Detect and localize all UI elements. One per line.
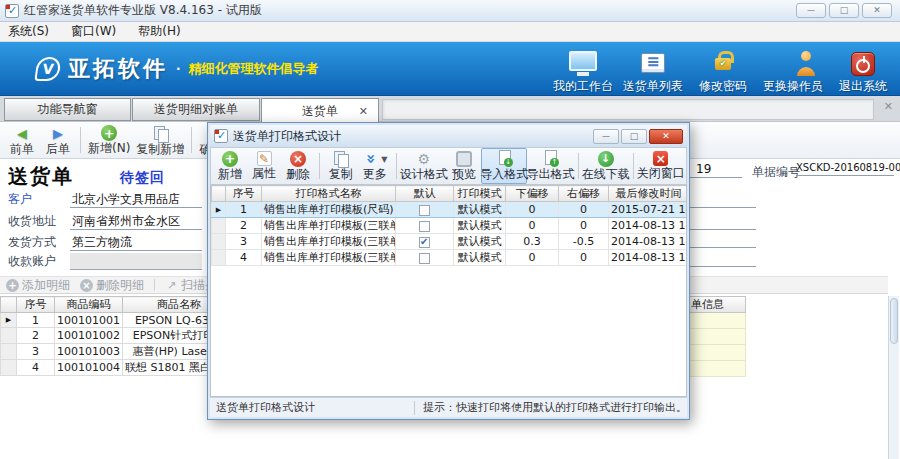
button-label: 导入格式 bbox=[480, 168, 528, 181]
icon-wrap bbox=[222, 151, 238, 168]
vertical-scrollbar[interactable] bbox=[888, 296, 899, 459]
dialog-controls bbox=[593, 129, 683, 144]
cell-format-name: 销售出库单打印模板(三联单2) bbox=[262, 218, 396, 234]
tab-function-nav[interactable]: 功能导航窗 bbox=[4, 98, 131, 121]
toolbar-separator bbox=[319, 153, 320, 179]
banner-action-my-workbench[interactable]: 我的工作台 bbox=[552, 50, 614, 95]
scrollbar-thumb[interactable] bbox=[890, 298, 898, 344]
maximize-icon[interactable] bbox=[829, 3, 859, 18]
column-header[interactable]: 商品编码 bbox=[55, 297, 123, 313]
tab-delivery-statement[interactable]: 送货明细对账单 bbox=[132, 98, 260, 121]
close-icon[interactable] bbox=[862, 3, 892, 18]
import-icon bbox=[496, 150, 513, 167]
close-red-icon bbox=[653, 151, 668, 166]
column-header[interactable]: 打印格式名称 bbox=[262, 186, 396, 202]
tabstrip-close-icon[interactable] bbox=[884, 101, 893, 112]
default-checkbox[interactable] bbox=[419, 253, 430, 264]
print-format-row[interactable]: ▶1销售出库单打印模板(尺码)默认模式002015-07-21 14:39 bbox=[212, 202, 688, 218]
table-row[interactable]: ▶1100101001EPSON LQ-630K bbox=[1, 313, 236, 328]
dlg-more-button[interactable]: ▼更多 bbox=[358, 148, 392, 184]
icon-wrap bbox=[496, 150, 513, 168]
dialog-close-icon[interactable] bbox=[649, 129, 683, 144]
field-value[interactable]: 北京小学文具用品店 bbox=[70, 191, 202, 208]
toolbar-separator bbox=[154, 279, 155, 291]
right-column-cell[interactable] bbox=[688, 361, 746, 377]
column-header[interactable]: 打印模式 bbox=[454, 186, 506, 202]
main-prev-doc-button[interactable]: 前单 bbox=[4, 123, 40, 157]
date-field-fragment[interactable]: 19 bbox=[690, 162, 742, 178]
table-row[interactable]: 3100101003惠普(HP) LaserJet bbox=[1, 344, 236, 360]
row-marker bbox=[1, 360, 17, 376]
chevron-down-icon: ▼ bbox=[381, 155, 387, 164]
dlg-delete-format-button[interactable]: 删除 bbox=[281, 149, 315, 184]
print-format-row[interactable]: 3销售出库单打印模板(三联单3)默认模式0.3-0.52014-08-13 14… bbox=[212, 234, 688, 250]
cell-modified: 2014-08-13 12:13 bbox=[609, 250, 688, 266]
field-underline bbox=[690, 247, 756, 248]
dlg-close-window-button[interactable]: 关闭窗口 bbox=[638, 149, 684, 183]
brand-slogan: 精细化管理软件倡导者 bbox=[189, 60, 319, 78]
close-tab-icon[interactable] bbox=[359, 106, 368, 117]
main-next-doc-button[interactable]: 后单 bbox=[40, 123, 76, 157]
table-row[interactable]: 2100101002EPSON针式打印机 bbox=[1, 328, 236, 344]
row-marker-header bbox=[1, 297, 17, 313]
add-detail-button[interactable]: 添加明细 bbox=[6, 277, 70, 294]
banner-action-switch-operator[interactable]: 更换操作员 bbox=[762, 50, 824, 95]
tab-strip bbox=[382, 99, 874, 120]
dialog-maximize-icon[interactable] bbox=[621, 129, 647, 144]
right-column-cell[interactable] bbox=[688, 329, 746, 345]
table-row[interactable]: 4100101004联想 S1801 黑白激光 bbox=[1, 360, 236, 376]
row-marker bbox=[212, 250, 226, 266]
banner-action-exit-system[interactable]: 退出系统 bbox=[832, 52, 894, 95]
right-column-cell[interactable] bbox=[688, 345, 746, 361]
main-copy-new-button[interactable]: 复制新增 bbox=[133, 123, 187, 157]
column-header[interactable]: 序号 bbox=[17, 297, 55, 313]
cell-no: 4 bbox=[226, 250, 262, 266]
tab-delivery-note[interactable]: 送货单 bbox=[261, 98, 379, 123]
tab-label: 送货明细对账单 bbox=[154, 101, 238, 118]
doc-no-value[interactable]: XSCKD-20160819-0001 bbox=[796, 162, 894, 176]
app-icon bbox=[5, 4, 19, 18]
print-format-row[interactable]: 2销售出库单打印模板(三联单2)默认模式002014-08-13 14:12 bbox=[212, 218, 688, 234]
dlg-copy-format-button[interactable]: 复制 bbox=[324, 148, 358, 184]
default-checkbox[interactable] bbox=[419, 205, 430, 216]
export-icon bbox=[542, 150, 559, 167]
menu-window[interactable]: 窗口(W) bbox=[71, 23, 116, 40]
dlg-import-format-button[interactable]: 导入格式 bbox=[481, 148, 527, 184]
minimize-icon[interactable] bbox=[796, 3, 826, 18]
column-header[interactable]: 默认 bbox=[396, 186, 454, 202]
banner-action-change-password[interactable]: 修改密码 bbox=[692, 50, 754, 95]
field-value[interactable]: 第三方物流 bbox=[70, 234, 202, 251]
column-header[interactable]: 序号 bbox=[226, 186, 262, 202]
menu-help[interactable]: 帮助(H) bbox=[138, 23, 180, 40]
button-label: 设计格式 bbox=[400, 168, 448, 181]
menu-system[interactable]: 系统(S) bbox=[8, 23, 49, 40]
print-format-row[interactable]: 4销售出库单打印模板(三联单1)默认模式002014-08-13 12:13 bbox=[212, 250, 688, 266]
banner-action-delivery-list[interactable]: 送货单列表 bbox=[622, 50, 684, 95]
field-value[interactable]: 河南省郑州市金水区 bbox=[70, 213, 202, 230]
brand-logo-icon bbox=[34, 57, 61, 81]
delete-detail-button[interactable]: 删除明细 bbox=[80, 277, 144, 294]
dlg-properties-button[interactable]: 属性 bbox=[247, 149, 281, 183]
button-label: 新增 bbox=[218, 168, 242, 181]
default-checkbox[interactable] bbox=[419, 237, 430, 248]
button-label: 添加明细 bbox=[22, 277, 70, 294]
dlg-new-format-button[interactable]: 新增 bbox=[213, 149, 247, 184]
dlg-preview-button[interactable]: 预览 bbox=[447, 148, 481, 184]
cell-no: 1 bbox=[17, 313, 55, 328]
column-header[interactable]: 右偏移 bbox=[559, 186, 609, 202]
dialog-minimize-icon[interactable] bbox=[593, 129, 619, 144]
dlg-online-download-button[interactable]: 在线下载 bbox=[582, 149, 628, 184]
default-checkbox[interactable] bbox=[419, 221, 430, 232]
field-value[interactable] bbox=[70, 253, 202, 270]
row-marker: ▶ bbox=[212, 202, 226, 218]
dlg-export-format-button[interactable]: 导出格式 bbox=[527, 148, 573, 184]
design-icon bbox=[415, 150, 432, 167]
status-badge: 待签回 bbox=[120, 169, 165, 187]
column-header[interactable]: 最后修改时间 bbox=[609, 186, 688, 202]
dlg-design-format-button[interactable]: 设计格式 bbox=[401, 148, 447, 184]
column-header[interactable]: 下偏移 bbox=[506, 186, 559, 202]
brand: 亚拓软件 · 精细化管理软件倡导者 bbox=[36, 54, 319, 84]
main-new-doc-button[interactable]: 新增(N) bbox=[85, 123, 133, 157]
right-column-cell[interactable] bbox=[688, 313, 746, 329]
dialog-titlebar[interactable]: 送货单打印格式设计 bbox=[210, 125, 687, 147]
